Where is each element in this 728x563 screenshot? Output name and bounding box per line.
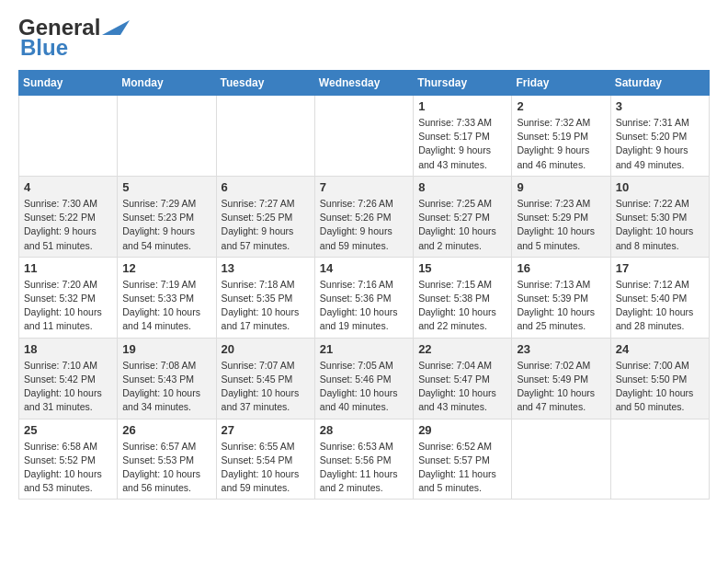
page-header: General Blue xyxy=(18,15,710,61)
logo-blue: Blue xyxy=(20,35,68,61)
day-info: Sunrise: 7:20 AM Sunset: 5:32 PM Dayligh… xyxy=(24,278,112,334)
day-number: 17 xyxy=(616,261,704,275)
day-number: 28 xyxy=(320,423,408,437)
day-number: 4 xyxy=(24,180,112,194)
day-info: Sunrise: 7:25 AM Sunset: 5:27 PM Dayligh… xyxy=(418,197,506,253)
day-info: Sunrise: 6:53 AM Sunset: 5:56 PM Dayligh… xyxy=(320,440,408,496)
day-number: 18 xyxy=(24,342,112,356)
header-saturday: Saturday xyxy=(610,71,709,96)
day-info: Sunrise: 7:05 AM Sunset: 5:46 PM Dayligh… xyxy=(320,359,408,415)
day-info: Sunrise: 7:13 AM Sunset: 5:39 PM Dayligh… xyxy=(517,278,605,334)
calendar-cell: 10Sunrise: 7:22 AM Sunset: 5:30 PM Dayli… xyxy=(610,176,709,257)
day-info: Sunrise: 7:15 AM Sunset: 5:38 PM Dayligh… xyxy=(418,278,506,334)
svg-marker-0 xyxy=(102,20,130,35)
day-number: 23 xyxy=(517,342,605,356)
day-number: 21 xyxy=(320,342,408,356)
day-number: 6 xyxy=(222,180,310,194)
day-info: Sunrise: 6:58 AM Sunset: 5:52 PM Dayligh… xyxy=(24,440,112,496)
calendar-cell: 18Sunrise: 7:10 AM Sunset: 5:42 PM Dayli… xyxy=(19,338,118,419)
day-info: Sunrise: 7:02 AM Sunset: 5:49 PM Dayligh… xyxy=(517,359,605,415)
day-info: Sunrise: 7:23 AM Sunset: 5:29 PM Dayligh… xyxy=(517,197,605,253)
day-info: Sunrise: 7:07 AM Sunset: 5:45 PM Dayligh… xyxy=(222,359,310,415)
calendar-cell: 16Sunrise: 7:13 AM Sunset: 5:39 PM Dayli… xyxy=(512,257,610,338)
week-row-2: 4Sunrise: 7:30 AM Sunset: 5:22 PM Daylig… xyxy=(19,176,710,257)
calendar-header-row: SundayMondayTuesdayWednesdayThursdayFrid… xyxy=(19,71,710,96)
header-sunday: Sunday xyxy=(19,71,118,96)
calendar-cell xyxy=(118,96,216,177)
day-number: 5 xyxy=(122,180,210,194)
day-number: 24 xyxy=(616,342,704,356)
day-info: Sunrise: 7:08 AM Sunset: 5:43 PM Dayligh… xyxy=(122,359,210,415)
day-number: 9 xyxy=(517,180,605,194)
day-number: 11 xyxy=(24,261,112,275)
day-info: Sunrise: 7:27 AM Sunset: 5:25 PM Dayligh… xyxy=(222,197,310,253)
day-number: 10 xyxy=(616,180,704,194)
calendar-cell: 8Sunrise: 7:25 AM Sunset: 5:27 PM Daylig… xyxy=(414,176,512,257)
calendar-cell: 4Sunrise: 7:30 AM Sunset: 5:22 PM Daylig… xyxy=(19,176,118,257)
header-wednesday: Wednesday xyxy=(314,71,413,96)
header-tuesday: Tuesday xyxy=(216,71,314,96)
day-number: 7 xyxy=(320,180,408,194)
calendar-cell: 11Sunrise: 7:20 AM Sunset: 5:32 PM Dayli… xyxy=(19,257,118,338)
header-thursday: Thursday xyxy=(414,71,512,96)
day-info: Sunrise: 7:12 AM Sunset: 5:40 PM Dayligh… xyxy=(616,278,704,334)
calendar-table: SundayMondayTuesdayWednesdayThursdayFrid… xyxy=(18,70,710,500)
day-number: 26 xyxy=(122,423,210,437)
calendar-cell: 26Sunrise: 6:57 AM Sunset: 5:53 PM Dayli… xyxy=(118,419,216,500)
day-info: Sunrise: 7:19 AM Sunset: 5:33 PM Dayligh… xyxy=(122,278,210,334)
day-info: Sunrise: 6:57 AM Sunset: 5:53 PM Dayligh… xyxy=(122,440,210,496)
calendar-cell: 21Sunrise: 7:05 AM Sunset: 5:46 PM Dayli… xyxy=(314,338,413,419)
calendar-cell: 19Sunrise: 7:08 AM Sunset: 5:43 PM Dayli… xyxy=(118,338,216,419)
day-info: Sunrise: 7:18 AM Sunset: 5:35 PM Dayligh… xyxy=(222,278,310,334)
week-row-5: 25Sunrise: 6:58 AM Sunset: 5:52 PM Dayli… xyxy=(19,419,710,500)
calendar-cell: 9Sunrise: 7:23 AM Sunset: 5:29 PM Daylig… xyxy=(512,176,610,257)
day-info: Sunrise: 7:29 AM Sunset: 5:23 PM Dayligh… xyxy=(122,197,210,253)
calendar-cell: 15Sunrise: 7:15 AM Sunset: 5:38 PM Dayli… xyxy=(414,257,512,338)
calendar-cell: 2Sunrise: 7:32 AM Sunset: 5:19 PM Daylig… xyxy=(512,96,610,177)
calendar-cell: 1Sunrise: 7:33 AM Sunset: 5:17 PM Daylig… xyxy=(414,96,512,177)
header-friday: Friday xyxy=(512,71,610,96)
calendar-cell: 3Sunrise: 7:31 AM Sunset: 5:20 PM Daylig… xyxy=(610,96,709,177)
day-number: 27 xyxy=(222,423,310,437)
day-number: 13 xyxy=(222,261,310,275)
day-info: Sunrise: 7:22 AM Sunset: 5:30 PM Dayligh… xyxy=(616,197,704,253)
calendar-cell: 12Sunrise: 7:19 AM Sunset: 5:33 PM Dayli… xyxy=(118,257,216,338)
calendar-cell: 20Sunrise: 7:07 AM Sunset: 5:45 PM Dayli… xyxy=(216,338,314,419)
calendar-cell: 25Sunrise: 6:58 AM Sunset: 5:52 PM Dayli… xyxy=(19,419,118,500)
calendar-cell: 17Sunrise: 7:12 AM Sunset: 5:40 PM Dayli… xyxy=(610,257,709,338)
calendar-cell: 7Sunrise: 7:26 AM Sunset: 5:26 PM Daylig… xyxy=(314,176,413,257)
day-info: Sunrise: 6:52 AM Sunset: 5:57 PM Dayligh… xyxy=(418,440,506,496)
calendar-cell xyxy=(314,96,413,177)
calendar-cell: 6Sunrise: 7:27 AM Sunset: 5:25 PM Daylig… xyxy=(216,176,314,257)
day-info: Sunrise: 7:10 AM Sunset: 5:42 PM Dayligh… xyxy=(24,359,112,415)
calendar-cell xyxy=(512,419,610,500)
day-number: 12 xyxy=(122,261,210,275)
day-info: Sunrise: 7:30 AM Sunset: 5:22 PM Dayligh… xyxy=(24,197,112,253)
day-number: 16 xyxy=(517,261,605,275)
day-number: 2 xyxy=(517,99,605,113)
day-number: 1 xyxy=(418,99,506,113)
calendar-cell: 29Sunrise: 6:52 AM Sunset: 5:57 PM Dayli… xyxy=(414,419,512,500)
day-info: Sunrise: 7:04 AM Sunset: 5:47 PM Dayligh… xyxy=(418,359,506,415)
logo-icon xyxy=(102,17,130,39)
day-number: 29 xyxy=(418,423,506,437)
calendar-cell: 28Sunrise: 6:53 AM Sunset: 5:56 PM Dayli… xyxy=(314,419,413,500)
calendar-cell: 22Sunrise: 7:04 AM Sunset: 5:47 PM Dayli… xyxy=(414,338,512,419)
day-number: 22 xyxy=(418,342,506,356)
day-info: Sunrise: 7:32 AM Sunset: 5:19 PM Dayligh… xyxy=(517,116,605,172)
day-number: 25 xyxy=(24,423,112,437)
calendar-cell xyxy=(19,96,118,177)
week-row-3: 11Sunrise: 7:20 AM Sunset: 5:32 PM Dayli… xyxy=(19,257,710,338)
week-row-4: 18Sunrise: 7:10 AM Sunset: 5:42 PM Dayli… xyxy=(19,338,710,419)
calendar-cell xyxy=(610,419,709,500)
week-row-1: 1Sunrise: 7:33 AM Sunset: 5:17 PM Daylig… xyxy=(19,96,710,177)
day-number: 15 xyxy=(418,261,506,275)
logo: General Blue xyxy=(18,15,130,61)
calendar-cell: 23Sunrise: 7:02 AM Sunset: 5:49 PM Dayli… xyxy=(512,338,610,419)
calendar-cell: 5Sunrise: 7:29 AM Sunset: 5:23 PM Daylig… xyxy=(118,176,216,257)
day-number: 3 xyxy=(616,99,704,113)
day-number: 8 xyxy=(418,180,506,194)
day-number: 19 xyxy=(122,342,210,356)
day-info: Sunrise: 7:31 AM Sunset: 5:20 PM Dayligh… xyxy=(616,116,704,172)
day-info: Sunrise: 7:26 AM Sunset: 5:26 PM Dayligh… xyxy=(320,197,408,253)
